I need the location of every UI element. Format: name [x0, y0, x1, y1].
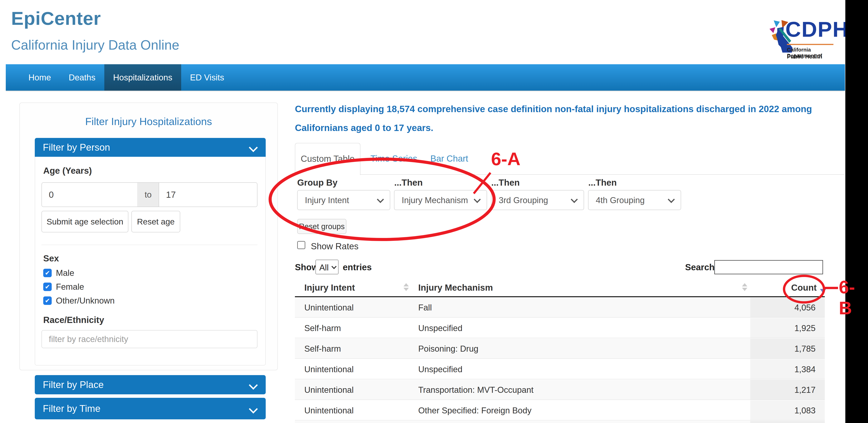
- sex-option-other-unknown[interactable]: ✔ Other/Unknown: [43, 296, 115, 305]
- reset-age-button[interactable]: Reset age: [131, 211, 180, 232]
- cell-count: 1,384: [795, 365, 815, 374]
- cell-injury-mechanism: Unspecified: [418, 365, 462, 374]
- chevron-down-icon: [249, 143, 258, 152]
- chevron-down-icon: [571, 196, 578, 203]
- app-subtitle: California Injury Data Online: [11, 37, 179, 53]
- filter-by-person-header[interactable]: Filter by Person: [35, 138, 266, 157]
- fourth-grouping-select[interactable]: 4th Grouping: [588, 190, 681, 210]
- tab-underline: [295, 174, 845, 175]
- table-row: Self-harm Unspecified 1,925: [295, 318, 825, 338]
- cell-injury-mechanism: Poisoning: Drug: [418, 344, 478, 354]
- nav-item-ed-visits[interactable]: ED Visits: [181, 64, 233, 91]
- table-row: Self-harm Poisoning: Drug 1,785: [295, 339, 825, 359]
- nav-item-hospitalizations[interactable]: Hospitalizations: [104, 64, 181, 91]
- table-row: Unintentional Fall 4,056: [295, 298, 825, 317]
- chevron-down-icon: [377, 196, 384, 203]
- age-to-input[interactable]: [159, 182, 257, 207]
- show-entries-show-label: Show: [295, 262, 318, 272]
- cell-injury-mechanism: Transportation: MVT-Occupant: [418, 385, 533, 395]
- cell-injury-mechanism: Other Specified: Foreign Body: [418, 406, 531, 415]
- search-label: Search:: [685, 262, 718, 272]
- show-rates-label: Show Rates: [311, 241, 359, 251]
- cdph-acronym: CDPH: [785, 17, 848, 42]
- table-row: Unintentional Unspecified 1,384: [295, 359, 825, 379]
- cell-injury-mechanism: Fall: [418, 303, 432, 312]
- annotation-label-6b: 6-B: [839, 277, 868, 318]
- chevron-down-icon: [249, 381, 258, 390]
- third-grouping-select[interactable]: 3rd Grouping: [491, 190, 584, 210]
- filter-by-time-header[interactable]: Filter by Time: [35, 398, 266, 419]
- column-header-injury-mechanism[interactable]: Injury Mechanism: [418, 282, 493, 293]
- chevron-down-icon: [668, 196, 675, 203]
- cell-count: 1,217: [795, 385, 815, 395]
- checkbox-label: Male: [56, 269, 74, 277]
- second-grouping-select[interactable]: Injury Mechanism: [394, 190, 487, 210]
- then-label-3: ...Then: [588, 177, 617, 188]
- show-rates-checkbox[interactable]: [297, 241, 305, 249]
- filter-sidebar-title: Filter Injury Hospitalizations: [20, 115, 278, 128]
- age-to-separator: to: [137, 182, 159, 207]
- sort-both-icon[interactable]: [403, 283, 409, 291]
- checked-checkbox-icon[interactable]: ✔: [43, 283, 52, 291]
- cell-injury-intent: Unintentional: [304, 303, 354, 312]
- tab-custom-table[interactable]: Custom Table: [295, 143, 361, 175]
- reset-groups-button[interactable]: Reset groups: [297, 219, 346, 234]
- entries-count-select[interactable]: All: [315, 260, 339, 274]
- sex-option-female[interactable]: ✔ Female: [43, 282, 84, 291]
- checkbox-label: Female: [56, 282, 84, 291]
- cell-injury-intent: Self-harm: [304, 344, 341, 354]
- cell-injury-intent: Unintentional: [304, 385, 354, 395]
- filter-by-place-header[interactable]: Filter by Place: [35, 375, 266, 394]
- race-ethnicity-label: Race/Ethnicity: [43, 315, 104, 325]
- chevron-down-icon: [474, 196, 481, 203]
- show-entries-entries-label: entries: [343, 262, 372, 272]
- chevron-down-icon: [332, 264, 337, 269]
- right-black-bar: [845, 0, 868, 423]
- tab-time-series[interactable]: Time Series: [370, 143, 417, 174]
- table-row: Unintentional Other Specified: Foreign B…: [295, 400, 825, 421]
- cdph-dept-line2: Public Health: [787, 54, 822, 60]
- cell-injury-intent: Self-harm: [304, 323, 341, 333]
- cell-count: 4,056: [795, 303, 815, 312]
- filter-by-place-label: Filter by Place: [43, 379, 104, 390]
- submit-age-button[interactable]: Submit age selection: [41, 211, 128, 232]
- sex-label: Sex: [43, 253, 59, 263]
- sex-option-male[interactable]: ✔ Male: [43, 269, 74, 277]
- age-from-input[interactable]: [41, 182, 137, 207]
- filter-by-time-label: Filter by Time: [43, 403, 100, 414]
- checkbox-label: Other/Unknown: [56, 296, 115, 305]
- column-header-injury-intent[interactable]: Injury Intent: [304, 282, 355, 293]
- table-row: Unintentional Transportation: MVT-Occupa…: [295, 380, 825, 400]
- group-by-label: Group By: [297, 177, 338, 188]
- select-value: Injury Intent: [305, 195, 349, 205]
- select-value: 4th Grouping: [596, 195, 645, 205]
- cell-count: 1,925: [795, 323, 815, 333]
- then-label-2: ...Then: [491, 177, 520, 188]
- app-title: EpiCenter: [11, 8, 101, 29]
- sort-descending-icon[interactable]: [820, 289, 826, 293]
- tab-bar-chart[interactable]: Bar Chart: [430, 143, 468, 174]
- race-ethnicity-input[interactable]: [41, 330, 257, 348]
- table-row-partial: [295, 421, 825, 423]
- checked-checkbox-icon[interactable]: ✔: [43, 269, 52, 277]
- cdph-rule: [787, 44, 833, 45]
- age-label: Age (Years): [43, 165, 92, 176]
- search-input[interactable]: [714, 260, 823, 274]
- select-value: Injury Mechanism: [402, 195, 468, 205]
- annotation-label-6a: 6-A: [491, 148, 521, 169]
- select-value: All: [319, 263, 329, 272]
- column-header-count[interactable]: Count: [791, 282, 817, 293]
- cell-count: 1,785: [795, 344, 815, 354]
- main-nav: Home Deaths Hospitalizations ED Visits: [6, 64, 845, 91]
- summary-text: Currently displaying 18,574 comprehensiv…: [295, 100, 833, 137]
- nav-item-home[interactable]: Home: [20, 64, 60, 91]
- cell-injury-intent: Unintentional: [304, 365, 354, 374]
- sort-both-icon[interactable]: [742, 283, 747, 291]
- table-header-rule: [295, 296, 825, 297]
- group-by-select[interactable]: Injury Intent: [297, 190, 390, 210]
- cell-injury-intent: Unintentional: [304, 406, 354, 415]
- divider: [41, 245, 257, 245]
- checked-checkbox-icon[interactable]: ✔: [43, 297, 52, 305]
- cell-injury-mechanism: Unspecified: [418, 323, 462, 333]
- nav-item-deaths[interactable]: Deaths: [60, 64, 104, 91]
